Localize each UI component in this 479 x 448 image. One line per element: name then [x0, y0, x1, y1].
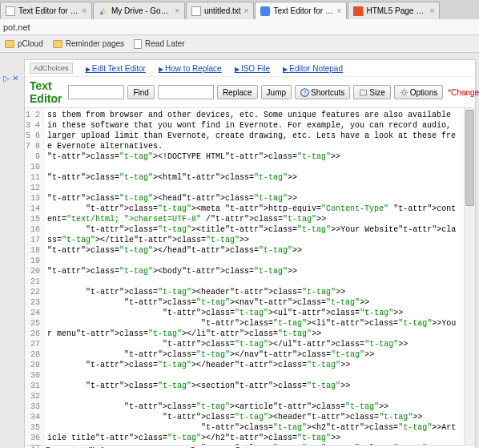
bookmark-label: pCloud — [18, 39, 43, 48]
line-gutter: 1 2 3 4 5 6 7 8 9 10 11 12 13 14 15 16 1… — [25, 108, 44, 445]
code-editor[interactable]: 1 2 3 4 5 6 7 8 9 10 11 12 13 14 15 16 1… — [25, 108, 475, 445]
ad-link-2[interactable]: How to Replace — [159, 64, 222, 73]
ad-link-1[interactable]: Edit Text Editor — [86, 64, 146, 73]
scroll-thumb[interactable] — [465, 110, 474, 206]
url-text: pot.net — [3, 22, 30, 32]
size-label: Size — [369, 88, 384, 97]
page-icon — [134, 39, 142, 49]
close-icon[interactable]: × — [337, 6, 342, 15]
code-area[interactable]: ss them from browser and other devices, … — [44, 108, 464, 445]
ad-control[interactable]: ▷ ✕ — [3, 74, 18, 83]
browser-tab-1[interactable]: My Drive - Google Drive × — [93, 2, 185, 19]
ad-link-row: AdChoices Edit Text Editor How to Replac… — [25, 60, 475, 77]
app-title: Text Editor — [30, 79, 62, 105]
html-icon — [353, 6, 363, 16]
page-icon — [191, 6, 201, 16]
close-icon[interactable]: × — [244, 6, 249, 15]
page-icon — [260, 6, 270, 16]
folder-icon — [5, 40, 14, 48]
svg-point-3 — [402, 91, 405, 94]
bookmark-pcloud[interactable]: pCloud — [5, 39, 43, 48]
size-icon — [359, 88, 368, 97]
changed-indicator: *Changed — [448, 88, 479, 97]
bottom-toolbar: Open a text file from Drive Save Save as… — [25, 445, 475, 448]
browser-tab-0[interactable]: Text Editor for Drive - Chr × — [0, 2, 92, 19]
tab-label: My Drive - Google Drive — [111, 6, 171, 15]
editor-toolbar: Text Editor Find Replace Jump ? Shortcut… — [25, 77, 475, 108]
tab-label: Text Editor for Google Dri — [273, 6, 333, 15]
adchoices-tag[interactable]: AdChoices — [30, 63, 73, 74]
browser-tab-2[interactable]: untitled.txt × — [186, 2, 254, 19]
browser-tab-3[interactable]: Text Editor for Google Dri × — [255, 2, 347, 19]
editor-app: AdChoices Edit Text Editor How to Replac… — [24, 59, 476, 448]
bookmark-bar: pCloud Reminder pages Read Later — [0, 35, 479, 53]
close-icon[interactable]: × — [430, 6, 435, 15]
tab-label: HTML5 Page Structure | C — [366, 6, 426, 15]
options-label: Options — [410, 88, 437, 97]
close-icon[interactable]: × — [82, 6, 87, 15]
ad-link-4[interactable]: Editor Notepad — [283, 64, 343, 73]
browser-tab-4[interactable]: HTML5 Page Structure | C × — [348, 2, 440, 19]
tab-label: Text Editor for Drive - Chr — [18, 6, 78, 15]
bookmark-reminder[interactable]: Reminder pages — [53, 39, 124, 48]
bookmark-label: Reminder pages — [66, 39, 124, 48]
drive-icon — [99, 6, 108, 16]
ad-link-3[interactable]: ISO File — [235, 64, 270, 73]
help-icon: ? — [300, 88, 309, 97]
tab-label: untitled.txt — [204, 6, 241, 15]
shortcuts-label: Shortcuts — [311, 88, 344, 97]
jump-button[interactable]: Jump — [261, 85, 292, 99]
vertical-scrollbar[interactable] — [464, 108, 475, 445]
find-button[interactable]: Find — [127, 85, 154, 99]
svg-text:?: ? — [304, 90, 307, 95]
replace-button[interactable]: Replace — [217, 85, 258, 99]
folder-icon — [53, 40, 62, 48]
page-icon — [6, 6, 15, 16]
svg-rect-2 — [360, 90, 367, 95]
url-bar[interactable]: pot.net — [0, 19, 479, 35]
sidebar-ad: ▷ ✕ — [3, 72, 18, 83]
options-button[interactable]: Options — [394, 85, 443, 99]
browser-tab-strip: Text Editor for Drive - Chr × My Drive -… — [0, 0, 479, 19]
gear-icon — [400, 88, 409, 97]
bookmark-label: Read Later — [145, 39, 184, 48]
size-button[interactable]: Size — [353, 85, 390, 99]
close-icon[interactable]: × — [175, 6, 179, 15]
shortcuts-button[interactable]: ? Shortcuts — [295, 85, 350, 99]
find-input[interactable] — [68, 85, 124, 99]
replace-input[interactable] — [158, 85, 214, 99]
bookmark-readlater[interactable]: Read Later — [134, 39, 184, 49]
